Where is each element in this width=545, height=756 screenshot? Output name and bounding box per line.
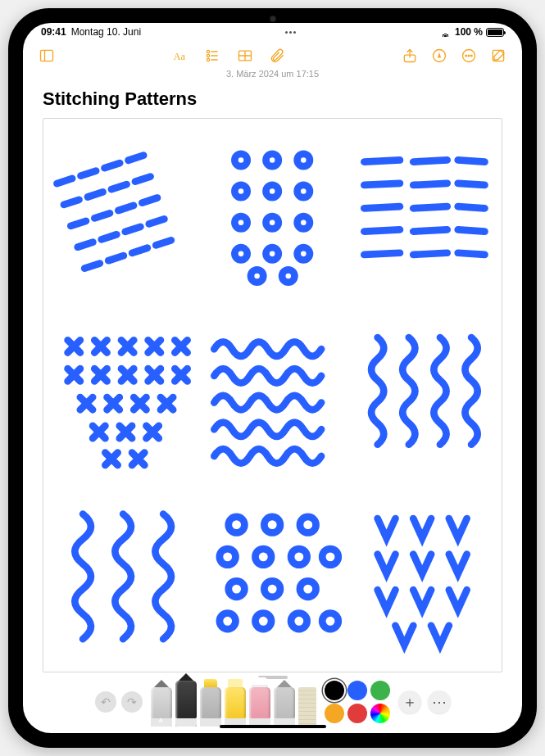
wifi-icon xyxy=(439,28,452,37)
battery-icon xyxy=(486,28,504,37)
svg-line-63 xyxy=(413,229,447,231)
svg-point-70 xyxy=(300,517,316,533)
screen: 09:41 Montag 10. Juni 100 % Aa xyxy=(23,23,522,733)
share-icon[interactable] xyxy=(401,47,419,65)
status-date: Montag 10. Juni xyxy=(71,26,141,38)
color-blue[interactable] xyxy=(347,681,367,700)
svg-line-22 xyxy=(129,156,144,161)
svg-point-68 xyxy=(229,517,245,533)
svg-rect-0 xyxy=(41,50,53,61)
svg-point-51 xyxy=(251,269,263,282)
tool-marker[interactable] xyxy=(200,687,221,727)
svg-point-44 xyxy=(297,185,310,197)
svg-text:Aa: Aa xyxy=(173,51,185,62)
svg-point-5 xyxy=(207,54,209,57)
svg-line-53 xyxy=(364,160,400,161)
svg-line-59 xyxy=(364,206,400,208)
pattern-horizontal-dashes xyxy=(351,130,493,297)
svg-line-24 xyxy=(88,192,103,197)
status-bar: 09:41 Montag 10. Juni 100 % xyxy=(23,23,522,41)
note-timestamp: 3. März 2024 um 17:15 xyxy=(23,69,522,79)
attachment-icon[interactable] xyxy=(269,47,287,65)
svg-line-60 xyxy=(413,206,447,208)
tool-highlighter[interactable] xyxy=(225,687,246,727)
svg-line-19 xyxy=(57,179,72,183)
note-content: Stitching Patterns xyxy=(23,79,522,677)
drawing-canvas[interactable] xyxy=(43,118,502,672)
tool-ruler[interactable] xyxy=(298,687,316,727)
svg-line-33 xyxy=(125,227,141,232)
svg-line-61 xyxy=(457,206,484,208)
pattern-vertical-squiggles xyxy=(351,312,493,479)
svg-line-26 xyxy=(135,177,151,182)
pattern-v-marks xyxy=(351,493,493,660)
multitask-dots[interactable] xyxy=(141,31,439,34)
pattern-circle-grid xyxy=(201,493,343,660)
tool-pen[interactable] xyxy=(175,681,197,727)
toolbar-more-button[interactable]: ⋯ xyxy=(428,690,451,713)
svg-point-76 xyxy=(265,582,281,598)
ipad-frame: 09:41 Montag 10. Juni 100 % Aa xyxy=(8,8,537,748)
svg-point-46 xyxy=(266,216,279,229)
svg-point-17 xyxy=(471,55,473,57)
svg-line-27 xyxy=(70,221,86,226)
svg-point-50 xyxy=(297,247,310,260)
color-yellow[interactable] xyxy=(325,704,344,723)
svg-point-16 xyxy=(468,55,470,57)
svg-point-69 xyxy=(265,517,281,533)
svg-point-41 xyxy=(297,154,310,166)
front-camera xyxy=(270,16,276,22)
pattern-diagonal-dashes xyxy=(52,130,194,297)
svg-line-36 xyxy=(108,256,124,260)
svg-point-39 xyxy=(235,154,248,166)
svg-point-81 xyxy=(323,613,339,630)
color-red[interactable] xyxy=(347,704,367,723)
compose-icon[interactable] xyxy=(489,47,507,65)
svg-line-57 xyxy=(413,183,447,185)
status-time: 09:41 xyxy=(41,26,66,38)
svg-line-64 xyxy=(457,229,484,231)
markup-toggle-icon[interactable] xyxy=(430,47,448,65)
svg-line-37 xyxy=(132,248,148,253)
more-icon[interactable] xyxy=(460,47,478,65)
markup-toolbar: ↶ ↷ A ＋ ⋯ xyxy=(34,677,511,727)
tool-eraser[interactable] xyxy=(249,687,270,727)
battery-percent: 100 % xyxy=(455,26,483,38)
notes-toolbar: Aa xyxy=(23,41,522,70)
tool-scribble[interactable]: A xyxy=(151,687,172,727)
svg-point-49 xyxy=(266,247,279,260)
svg-point-7 xyxy=(207,58,209,61)
svg-point-75 xyxy=(229,582,245,598)
pattern-vertical-squiggle-cols xyxy=(52,493,194,660)
svg-point-42 xyxy=(235,185,248,197)
svg-point-74 xyxy=(323,549,339,565)
tool-lasso[interactable] xyxy=(274,687,295,727)
svg-point-47 xyxy=(297,216,310,229)
svg-point-79 xyxy=(256,613,272,630)
svg-line-55 xyxy=(457,160,484,161)
format-icon[interactable]: Aa xyxy=(170,47,188,65)
redo-button[interactable]: ↷ xyxy=(121,691,143,713)
note-title[interactable]: Stitching Patterns xyxy=(43,88,502,110)
svg-line-54 xyxy=(413,160,447,161)
svg-point-71 xyxy=(220,549,236,565)
svg-point-43 xyxy=(266,185,279,197)
svg-point-73 xyxy=(291,549,307,565)
svg-line-62 xyxy=(364,229,400,231)
svg-line-65 xyxy=(364,253,400,255)
add-button[interactable]: ＋ xyxy=(398,690,421,713)
color-picker[interactable] xyxy=(370,704,390,723)
color-green[interactable] xyxy=(370,681,390,700)
undo-button[interactable]: ↶ xyxy=(95,691,116,713)
sidebar-toggle-icon[interactable] xyxy=(38,47,56,65)
svg-line-28 xyxy=(94,213,110,218)
svg-point-3 xyxy=(207,50,209,52)
svg-line-25 xyxy=(111,184,127,189)
home-indicator[interactable] xyxy=(220,725,326,728)
svg-line-38 xyxy=(156,240,171,245)
checklist-icon[interactable] xyxy=(203,47,221,65)
table-icon[interactable] xyxy=(236,47,254,65)
svg-line-32 xyxy=(102,234,117,239)
color-black[interactable] xyxy=(325,681,344,700)
svg-point-15 xyxy=(466,55,467,57)
